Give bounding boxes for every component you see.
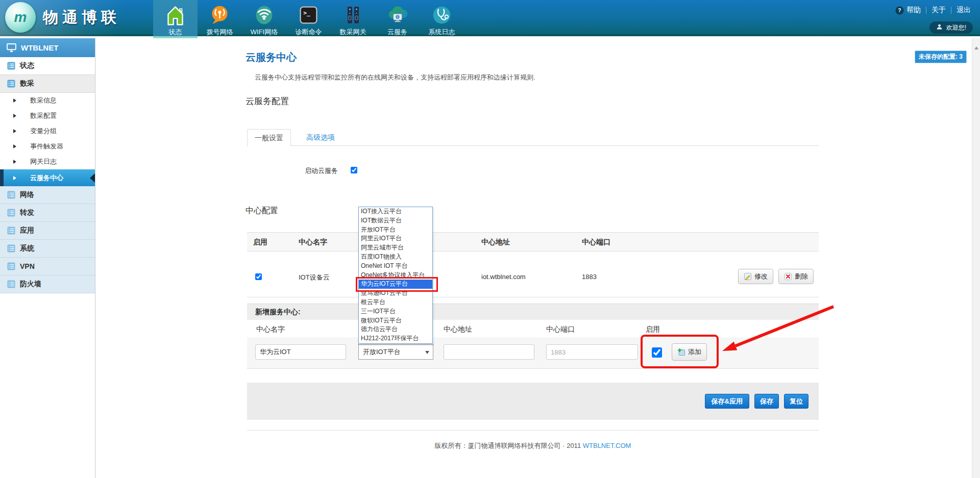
dropdown-option[interactable]: HJ212-2017环保平台 (359, 334, 432, 343)
sidebar-item[interactable]: 网络 (0, 186, 95, 204)
tab-advanced-options[interactable]: 高级选项 (300, 129, 341, 146)
list-icon (7, 227, 15, 235)
copyright-text: 版权所有：厦门物通博联网络科技有限公司 · 2011 (435, 442, 581, 449)
cloud-config-section-title: 云服务配置 (246, 95, 289, 107)
col-name: 中心名字 (299, 238, 327, 247)
sidebar-item[interactable]: 数采配置 (0, 108, 95, 123)
col-port: 中心端口 (582, 238, 610, 247)
tab-general-settings[interactable]: 一般设置 (247, 129, 291, 146)
sidebar: WTBLNET 状态 数采 数采信息 数采配置 变量分组 (0, 38, 95, 478)
dropdown-option[interactable]: 百度IOT物接入 (359, 253, 432, 262)
triangle-icon (13, 158, 21, 166)
unsaved-config-badge[interactable]: 未保存的配置: 3 (915, 51, 967, 63)
gateway-icon (341, 4, 364, 27)
nav-item[interactable]: 系统日志 (420, 0, 464, 36)
svg-text:?: ? (898, 8, 901, 13)
sidebar-item[interactable]: 云服务中心 (0, 169, 95, 186)
delete-icon (784, 272, 792, 281)
row-enable-checkbox[interactable] (255, 273, 262, 280)
dropdown-option[interactable]: 德力信云平台 (359, 325, 432, 334)
edit-button[interactable]: 修改 (738, 269, 773, 284)
sidebar-item[interactable]: 数采信息 (0, 93, 95, 108)
dropdown-option[interactable]: 华为云IOT云平台 (359, 280, 432, 289)
new-center-name-input[interactable] (255, 344, 346, 360)
sidebar-device-title: WTBLNET (0, 38, 95, 57)
triangle-icon (13, 127, 21, 135)
center-config-title: 中心配置 (246, 206, 278, 216)
nav-item[interactable]: 云服务 (375, 0, 420, 36)
save-apply-button[interactable]: 保存&应用 (705, 394, 749, 409)
list-icon (7, 209, 15, 217)
sidebar-item[interactable]: 变量分组 (0, 123, 95, 139)
dial-network-icon (208, 4, 231, 27)
sidebar-item[interactable]: 网关日志 (0, 154, 95, 169)
scroll-up-icon[interactable] (974, 46, 978, 49)
divider (926, 7, 926, 14)
dropdown-option[interactable]: 亚马逊IOT云平台 (359, 289, 432, 298)
sidebar-item[interactable]: 应用 (0, 222, 95, 240)
enable-cloud-label: 启动云服务 (305, 166, 338, 175)
sidebar-item[interactable]: 状态 (0, 57, 95, 75)
add-button[interactable]: 添加 (672, 343, 707, 361)
help-link[interactable]: ? 帮助 (895, 6, 921, 15)
sidebar-item[interactable]: 数采 (0, 75, 95, 93)
nav-item[interactable]: >_ 诊断命令 (286, 0, 331, 36)
nav-item[interactable]: 拨号网络 (198, 0, 242, 36)
add-icon (677, 348, 685, 356)
cloud-service-center-page: m 物通博联 状态 拨号网络 WIFI网络 >_ 诊断命令 数采网关 (0, 0, 980, 478)
brand-logo: m 物通博联 (5, 2, 120, 33)
nav-item[interactable]: 数采网关 (331, 0, 375, 36)
brand-name: 物通博联 (43, 7, 120, 28)
reset-button[interactable]: 复位 (784, 394, 808, 409)
list-icon (7, 80, 15, 88)
sidebar-item[interactable]: 防火墙 (0, 275, 95, 293)
svg-text:>_: >_ (303, 10, 310, 16)
dropdown-option[interactable]: 根云平台 (359, 298, 432, 307)
top-nav: 状态 拨号网络 WIFI网络 >_ 诊断命令 数采网关 云服务 (153, 0, 464, 36)
dropdown-option[interactable]: 开放IOT平台 (359, 225, 432, 235)
add-center-form-row: 开放IOT平台 添加 (247, 337, 819, 369)
new-center-enable-checkbox[interactable] (652, 347, 662, 358)
page-scrollbar[interactable] (972, 38, 980, 478)
sidebar-item[interactable]: 系统 (0, 240, 95, 258)
dropdown-option[interactable]: 阿里云IOT平台 (359, 234, 432, 243)
dropdown-option[interactable]: IOT数据云平台 (359, 216, 432, 225)
site-link[interactable]: WTBLNET.COM (583, 442, 631, 449)
main-content: 未保存的配置: 3 云服务中心 云服务中心支持远程管理和监控所有的在线网关和设备… (95, 38, 980, 478)
terminal-icon: >_ (297, 4, 320, 27)
top-links: ? 帮助 关于 退出 (895, 6, 971, 15)
logout-link[interactable]: 退出 (957, 6, 971, 15)
triangle-icon (13, 174, 21, 182)
center-table-header: 启用 中心名字 中心地址 中心端口 (247, 232, 819, 251)
col-enable: 启用 (253, 238, 267, 247)
sidebar-item[interactable]: 转发 (0, 204, 95, 222)
new-center-port-input[interactable] (546, 344, 638, 360)
list-icon (7, 191, 15, 199)
list-icon (7, 280, 15, 288)
dropdown-option[interactable]: OneNet多协议接入平台 (359, 271, 432, 280)
sidebar-item[interactable]: 事件触发器 (0, 139, 95, 154)
dropdown-option[interactable]: IOT接入云平台 (359, 207, 432, 216)
help-icon: ? (895, 6, 904, 15)
dropdown-option[interactable]: 微软IOT云平台 (359, 316, 432, 325)
nav-item[interactable]: 状态 (153, 0, 198, 36)
new-center-address-input[interactable] (444, 344, 534, 360)
dropdown-option[interactable]: 阿里云城市平台 (359, 243, 432, 253)
dropdown-option[interactable]: 三一IOT平台 (359, 307, 432, 316)
about-link[interactable]: 关于 (932, 6, 946, 15)
center-type-select[interactable]: 开放IOT平台 (358, 344, 433, 360)
row-center-name: IOT设备云 (299, 273, 330, 282)
footer: 版权所有：厦门物通博联网络科技有限公司 · 2011 WTBLNET.COM (247, 441, 819, 450)
triangle-icon (13, 112, 21, 120)
dropdown-option[interactable]: OneNet IOT 平台 (359, 262, 432, 271)
home-icon (164, 4, 187, 27)
save-button[interactable]: 保存 (754, 394, 779, 409)
actions-band: 保存&应用 保存 复位 (247, 383, 819, 420)
welcome-user-pill[interactable]: 欢迎您! (929, 21, 973, 34)
nav-item[interactable]: WIFI网络 (242, 0, 286, 36)
sidebar-item[interactable]: VPN (0, 258, 95, 275)
delete-button[interactable]: 删除 (778, 269, 814, 284)
enable-cloud-checkbox[interactable] (351, 167, 357, 173)
caret-down-icon (425, 351, 429, 354)
wifi-icon (253, 4, 276, 27)
